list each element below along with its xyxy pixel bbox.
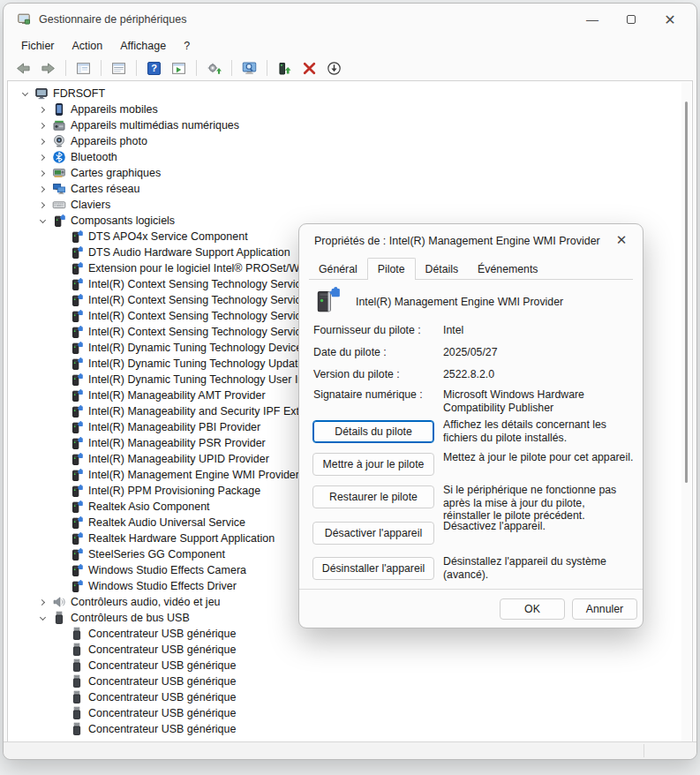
chevron-right-icon[interactable] — [36, 103, 49, 117]
chevron-down-icon[interactable] — [36, 612, 49, 625]
software-component-icon — [70, 245, 84, 260]
menu-bar: FichierActionAffichage? — [9, 35, 691, 56]
ok-button[interactable]: OK — [500, 598, 565, 620]
tree-item[interactable]: Concentrateur USB générique — [8, 705, 692, 721]
tab-0[interactable]: Général — [309, 260, 367, 279]
disable-device-button[interactable] — [323, 57, 345, 79]
window-controls: — ✕ — [573, 4, 689, 35]
back-button[interactable] — [12, 57, 34, 79]
software-component-icon — [70, 388, 84, 403]
tree-item-label: Windows Studio Effects Camera — [87, 564, 246, 576]
uninstall-device-button[interactable] — [298, 57, 320, 79]
tab-3[interactable]: Événements — [468, 260, 547, 279]
tree-item[interactable]: Concentrateur USB générique — [8, 673, 692, 689]
dialog-close-button[interactable]: ✕ — [607, 229, 636, 252]
usb-icon — [70, 674, 84, 688]
tree-item-label: Concentrateur USB générique — [87, 659, 236, 672]
tree-item-label: Intel(R) Dynamic Tuning Technology Devic… — [87, 342, 312, 354]
tree-item[interactable]: Claviers — [8, 197, 692, 213]
tree-item[interactable]: Concentrateur USB générique — [8, 658, 692, 673]
chevron-right-icon[interactable] — [36, 167, 49, 180]
uninstall-device-button[interactable]: Désinstaller l'appareil — [312, 557, 434, 580]
chevron-right-icon[interactable] — [36, 199, 49, 212]
tree-item[interactable]: FDRSOFT — [8, 86, 692, 102]
software-component-icon — [70, 547, 84, 561]
tree-item[interactable]: Appareils photo — [8, 133, 692, 149]
tab-2[interactable]: Détails — [416, 260, 469, 279]
menu-item[interactable]: ? — [175, 37, 199, 55]
chevron-down-icon[interactable] — [19, 87, 32, 101]
search-devices-button[interactable] — [238, 57, 260, 79]
action-description: Désactivez l'appareil. — [443, 520, 634, 533]
minimize-button[interactable]: — — [573, 4, 612, 35]
tree-item[interactable]: Concentrateur USB générique — [8, 721, 692, 737]
software-component-icon — [70, 404, 84, 418]
tree-item[interactable]: Appareils multimédias numériques — [8, 117, 692, 133]
export-list-button[interactable] — [168, 57, 190, 79]
tree-item[interactable]: Appareils mobiles — [8, 102, 692, 117]
software-component-icon — [70, 436, 84, 450]
tree-item[interactable]: Bluetooth — [8, 149, 692, 165]
chevron-down-icon[interactable] — [36, 214, 49, 228]
menu-item[interactable]: Affichage — [111, 37, 175, 55]
maximize-button[interactable] — [612, 4, 651, 35]
tree-item[interactable]: Cartes graphiques — [8, 165, 692, 181]
software-component-icon — [70, 277, 84, 291]
chevron-right-icon[interactable] — [36, 119, 49, 132]
field-label: Date du pilote : — [313, 346, 439, 358]
tree-item-label: Realtek Audio Universal Service — [87, 516, 245, 529]
gpu-icon — [52, 166, 66, 180]
tree-item[interactable]: Concentrateur USB générique — [8, 689, 692, 705]
dialog-tabs: GénéralPiloteDétailsÉvénements — [309, 259, 633, 280]
action-description: Affichez les détails concernant les fich… — [443, 418, 634, 444]
tree-item-label: Intel(R) Management Engine WMI Provider — [87, 469, 299, 481]
chevron-right-icon[interactable] — [36, 596, 49, 609]
tree-item-label: Appareils multimédias numériques — [69, 119, 239, 132]
chevron-right-icon[interactable] — [36, 151, 49, 164]
field-value: 2025/05/27 — [443, 346, 632, 359]
tree-item-label: Claviers — [69, 199, 110, 211]
chevron-right-icon[interactable] — [36, 183, 49, 196]
tree-item-label: Contrôleurs audio, vidéo et jeu — [69, 596, 221, 608]
tree-item-label: Contrôleurs de bus USB — [69, 612, 190, 624]
chevron-right-icon[interactable] — [36, 135, 49, 148]
update-driver-icon — [277, 61, 292, 76]
tree-item-label: FDRSOFT — [51, 87, 105, 100]
properties-icon — [111, 61, 126, 76]
driver-details-button[interactable]: Détails du pilote — [312, 420, 434, 443]
toolbar-separator — [136, 60, 137, 76]
cancel-button[interactable]: Annuler — [572, 598, 637, 620]
scan-hardware-changes-button[interactable] — [203, 57, 225, 79]
help-button[interactable]: ? — [143, 57, 165, 79]
title-bar[interactable]: Gestionnaire de périphériques — ✕ — [4, 4, 696, 35]
properties-dialog: Propriétés de : Intel(R) Management Engi… — [298, 223, 644, 628]
scrollbar[interactable] — [681, 82, 691, 741]
software-component-icon — [52, 214, 66, 228]
bluetooth-icon — [52, 150, 66, 164]
tree-item[interactable]: Cartes réseau — [8, 181, 692, 197]
tree-item-label: Bluetooth — [69, 151, 117, 163]
tree-item-label: SteelSeries GG Component — [87, 548, 225, 561]
tree-item[interactable]: Concentrateur USB générique — [8, 642, 692, 658]
tree-item-label: Concentrateur USB générique — [87, 643, 236, 656]
scrollbar-thumb[interactable] — [685, 102, 688, 483]
menu-item[interactable]: Action — [64, 37, 112, 55]
roll-back-driver-button[interactable]: Restaurer le pilote — [312, 485, 434, 508]
tree-item-label: Realtek Hardware Support Application — [87, 532, 275, 545]
usb-icon — [70, 722, 84, 736]
tree-item-label: Concentrateur USB générique — [87, 691, 236, 704]
forward-button[interactable] — [37, 57, 59, 79]
menu-item[interactable]: Fichier — [12, 37, 64, 55]
device-manager-app-icon — [17, 12, 31, 26]
device-icon — [313, 285, 343, 315]
software-component-icon — [70, 341, 84, 355]
update-driver-button[interactable] — [274, 57, 296, 79]
show-console-tree-button[interactable] — [72, 57, 94, 79]
update-driver-button[interactable]: Mettre à jour le pilote — [312, 453, 434, 476]
close-button[interactable]: ✕ — [651, 4, 689, 35]
tree-item-label: DTS Audio Hardware Support Application — [87, 246, 290, 259]
tab-1[interactable]: Pilote — [367, 258, 416, 280]
properties-button[interactable] — [108, 57, 130, 79]
disable-device-button[interactable]: Désactiver l'appareil — [312, 522, 434, 545]
tree-item-label: Concentrateur USB générique — [87, 707, 236, 719]
